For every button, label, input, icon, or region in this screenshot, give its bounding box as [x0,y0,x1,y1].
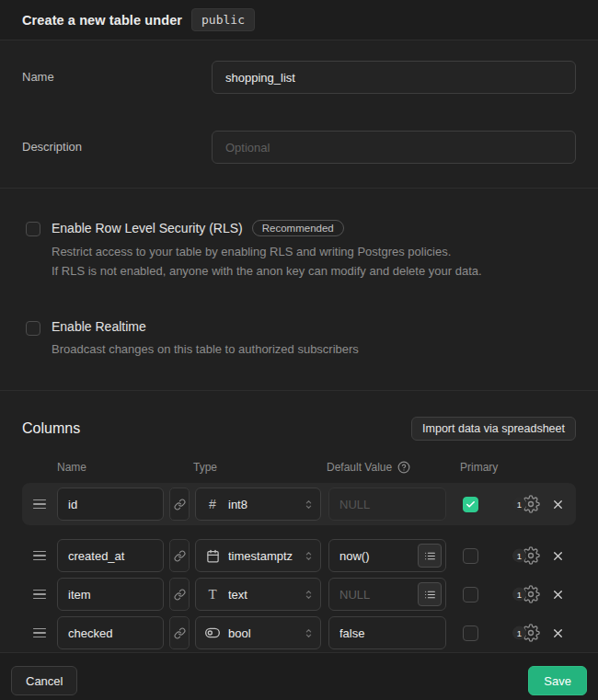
settings-count-badge: 1 [512,626,526,640]
rls-label: Enable Row Level Security (RLS) [52,221,243,235]
dialog-footer: Cancel Save [0,652,598,700]
rls-block: Enable Row Level Security (RLS) Recommen… [22,220,576,281]
create-table-dialog: Create a new table under public Name Des… [0,0,598,700]
column-type-label: bool [228,626,294,640]
description-label: Description [22,131,212,154]
column-default-wrap [328,488,446,521]
save-button[interactable]: Save [528,666,587,695]
header-type: Type [193,461,327,474]
column-settings-button[interactable]: 1 [514,546,540,565]
foreign-key-link-button[interactable] [169,539,190,572]
chevron-updown-icon [303,627,315,639]
drag-handle-icon[interactable] [33,499,46,510]
help-circle-icon[interactable] [397,461,410,474]
calendar-icon [205,549,220,563]
column-default-wrap [328,616,446,649]
column-type-label: text [228,588,294,602]
name-label: Name [22,61,212,84]
column-type-select[interactable]: bool [195,616,321,649]
column-type-label: int8 [228,498,294,511]
remove-column-button[interactable] [551,498,565,511]
chevron-updown-icon [303,550,315,562]
options-section: Enable Row Level Security (RLS) Recommen… [0,189,598,391]
realtime-label: Enable Realtime [52,319,146,334]
column-name-input[interactable] [57,488,164,521]
column-type-label: timestamptz [228,549,294,563]
column-default-input[interactable] [328,616,446,649]
primary-checkbox[interactable] [463,497,478,512]
foreign-key-link-button[interactable] [169,488,190,521]
table-info-section: Name Description [0,40,598,189]
text-icon: T [205,587,220,602]
primary-checkbox[interactable] [463,625,478,641]
schema-badge: public [191,8,255,31]
default-suggestions-button[interactable] [418,582,442,606]
import-spreadsheet-button[interactable]: Import data via spreadsheet [411,417,576,441]
column-default-wrap [328,539,446,572]
table-name-input[interactable] [212,61,576,94]
cancel-button[interactable]: Cancel [11,666,77,695]
primary-checkbox[interactable] [463,587,478,602]
rls-description: Restrict access to your table by enablin… [52,242,482,281]
column-settings-button[interactable]: 1 [514,585,540,603]
dialog-header: Create a new table under public [0,0,598,40]
settings-count-badge: 1 [512,549,526,563]
hash-icon: # [205,497,220,511]
column-settings-button[interactable]: 1 [514,495,540,513]
remove-column-button[interactable] [551,588,565,602]
toggle-icon [205,625,220,640]
column-default-wrap [328,578,446,611]
foreign-key-link-button[interactable] [169,616,190,649]
column-row: bool 1 [22,614,576,652]
header-default-value: Default Value [327,461,460,474]
chevron-updown-icon [303,589,315,601]
column-default-input[interactable] [328,488,446,521]
realtime-block: Enable Realtime Broadcast changes on thi… [22,319,576,359]
foreign-key-link-button[interactable] [169,578,190,611]
settings-count-badge: 1 [512,588,526,602]
columns-heading: Columns [22,420,80,437]
column-name-input[interactable] [57,578,164,611]
drag-handle-icon[interactable] [33,551,46,561]
header-name: Name [57,461,193,474]
realtime-checkbox[interactable] [26,321,40,336]
drag-handle-icon[interactable] [33,590,46,600]
column-row: timestamptz 1 [22,536,576,575]
column-row: T text 1 [22,575,576,614]
remove-column-button[interactable] [551,549,565,563]
column-type-select[interactable]: T text [195,578,321,611]
description-field-row: Description [22,131,576,164]
realtime-description: Broadcast changes on this table to autho… [52,339,359,359]
primary-checkbox[interactable] [463,548,478,564]
header-primary: Primary [460,461,498,474]
column-name-input[interactable] [57,616,164,649]
columns-section: Columns Import data via spreadsheet Name… [0,391,598,652]
dialog-title: Create a new table under [22,13,182,28]
settings-count-badge: 1 [512,498,526,511]
column-type-select[interactable]: timestamptz [195,539,321,572]
column-settings-button[interactable]: 1 [514,624,540,642]
recommended-badge: Recommended [252,220,344,236]
rls-checkbox[interactable] [26,222,40,236]
column-rows: # int8 1 [22,483,576,652]
table-description-input[interactable] [212,131,576,164]
chevron-updown-icon [303,499,315,511]
drag-handle-icon[interactable] [33,628,46,638]
columns-grid-headers: Name Type Default Value Primary [22,461,576,474]
column-row: # int8 1 [22,483,576,525]
name-field-row: Name [22,61,576,94]
column-type-select[interactable]: # int8 [195,488,321,521]
remove-column-button[interactable] [551,626,565,640]
column-name-input[interactable] [57,539,164,572]
default-suggestions-button[interactable] [418,544,442,568]
